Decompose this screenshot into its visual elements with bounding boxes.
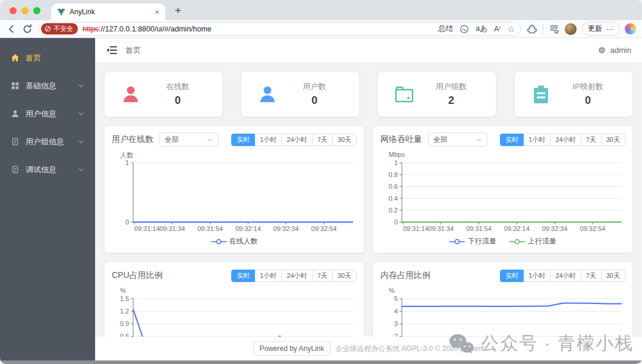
range-7d-button[interactable]: 7天 xyxy=(581,270,602,282)
chart-title: 内存占用比例 xyxy=(380,270,430,281)
breadcrumb[interactable]: 首页 xyxy=(125,45,141,56)
update-button[interactable]: 更新 ··· xyxy=(582,22,619,36)
range-7d-button[interactable]: 7天 xyxy=(313,270,333,282)
url-scheme: https xyxy=(83,25,99,33)
collections-icon[interactable] xyxy=(549,24,559,34)
back-icon[interactable] xyxy=(6,24,17,34)
time-range-group: 实时 1小时 24小时 7天 30天 xyxy=(231,134,357,146)
range-24h-button[interactable]: 24小时 xyxy=(550,270,581,282)
grid-icon xyxy=(11,81,20,90)
folder-icon xyxy=(394,84,415,105)
svg-text:4: 4 xyxy=(394,308,398,315)
user-menu[interactable]: admin xyxy=(597,46,631,55)
range-24h-button[interactable]: 24小时 xyxy=(282,134,312,146)
user-icon xyxy=(257,84,278,105)
stat-card-users: 用户数 0 xyxy=(241,71,360,117)
group-filter-select[interactable]: 全部 xyxy=(428,132,487,147)
range-realtime-button[interactable]: 实时 xyxy=(500,270,524,282)
range-7d-button[interactable]: 7天 xyxy=(313,134,333,146)
sidebar-item-user-info[interactable]: 用户信息 xyxy=(0,100,95,128)
new-tab-button[interactable]: + xyxy=(175,5,181,16)
zoom-window-button[interactable] xyxy=(33,7,40,14)
close-tab-icon[interactable]: × xyxy=(155,8,159,17)
favorite-star-icon[interactable]: ☆ xyxy=(507,25,515,33)
range-30d-button[interactable]: 30天 xyxy=(333,270,357,282)
range-24h-button[interactable]: 24小时 xyxy=(282,270,312,282)
range-1h-button[interactable]: 1小时 xyxy=(255,134,282,146)
range-1h-button[interactable]: 1小时 xyxy=(524,270,550,282)
svg-text:1.2: 1.2 xyxy=(120,308,129,315)
summarize-button[interactable]: 总结 xyxy=(438,24,453,34)
legend-marker-icon xyxy=(449,239,465,245)
y-axis-unit: % xyxy=(120,287,357,295)
chart-canvas: 00.20.40.60.8109:31:1409:31:3409:31:5409… xyxy=(380,159,625,235)
chevron-down-icon xyxy=(78,166,84,173)
collapse-menu-icon[interactable] xyxy=(106,45,117,55)
svg-text:09:31:54: 09:31:54 xyxy=(197,225,223,232)
stat-label: 用户数 xyxy=(278,81,351,92)
range-30d-button[interactable]: 30天 xyxy=(333,134,357,146)
translate-icon[interactable]: aあ xyxy=(476,24,487,34)
stat-card-ip-maps: IP映射数 0 xyxy=(514,71,633,117)
legend-item[interactable]: 上行流量 xyxy=(509,236,556,246)
username: admin xyxy=(610,46,631,55)
legend-item[interactable]: 在线人数 xyxy=(211,236,258,246)
chart-card-online-users: 用户在线数 全部 实时 1小时 24小时 7天 30天 xyxy=(104,125,364,253)
range-1h-button[interactable]: 1小时 xyxy=(255,270,282,282)
traffic-lights xyxy=(10,7,40,14)
sidebar-item-group-info[interactable]: 用户组信息 xyxy=(0,128,95,156)
legend-marker-icon xyxy=(509,239,525,245)
address-bar[interactable]: 不安全 https://127.0.0.1:8800/ui/#/admin/ho… xyxy=(38,22,521,36)
read-aloud-icon[interactable]: A⁾ xyxy=(494,24,501,33)
wechat-icon xyxy=(448,333,475,355)
gear-icon xyxy=(597,46,606,55)
svg-text:0.6: 0.6 xyxy=(389,183,398,190)
address-bar-tools: 总结 aあ A⁾ ☆ xyxy=(438,24,515,34)
stat-value: 2 xyxy=(415,94,487,107)
security-badge[interactable]: 不安全 xyxy=(41,23,78,34)
range-realtime-button[interactable]: 实时 xyxy=(500,134,524,146)
browser-toolbar: 不安全 https://127.0.0.1:8800/ui/#/admin/ho… xyxy=(0,20,642,38)
reload-icon[interactable] xyxy=(22,24,33,34)
time-range-group: 实时 1小时 24小时 7天 30天 xyxy=(500,134,625,146)
sidebar-item-debug-info[interactable]: 调试信息 xyxy=(0,156,95,183)
minimize-window-button[interactable] xyxy=(21,7,29,14)
range-24h-button[interactable]: 24小时 xyxy=(550,134,581,146)
chart-canvas: 0109:31:1409:31:3409:31:5409:32:1409:32:… xyxy=(112,159,357,235)
dashboard: 在线数 0 用户数 0 xyxy=(95,63,642,360)
close-window-button[interactable] xyxy=(10,7,17,14)
url-text[interactable]: https://127.0.0.1:8800/ui/#/admin/home xyxy=(83,25,433,33)
stat-value: 0 xyxy=(278,94,351,107)
sidebar-item-basic-info[interactable]: 基础信息 xyxy=(0,72,95,100)
stat-label: 在线数 xyxy=(141,81,214,92)
range-7d-button[interactable]: 7天 xyxy=(581,134,602,146)
range-30d-button[interactable]: 30天 xyxy=(602,270,625,282)
svg-text:0: 0 xyxy=(125,219,129,226)
copilot-icon[interactable] xyxy=(625,23,636,34)
sidebar-item-home[interactable]: 首页 xyxy=(0,44,95,72)
summarizer-icon[interactable] xyxy=(460,24,469,34)
svg-text:1: 1 xyxy=(125,159,129,166)
range-30d-button[interactable]: 30天 xyxy=(602,134,625,146)
sidebar: 首页 基础信息 用户信息 xyxy=(0,38,95,360)
svg-text:1: 1 xyxy=(394,159,398,166)
user-icon xyxy=(11,109,20,118)
home-icon xyxy=(11,53,20,62)
svg-text:5: 5 xyxy=(394,295,398,302)
legend-item[interactable]: 下行流量 xyxy=(449,236,496,246)
legend-marker-icon xyxy=(211,239,226,245)
browser-tab[interactable]: AnyLink × xyxy=(51,4,165,20)
svg-text:3: 3 xyxy=(394,320,398,327)
powered-by-button[interactable]: Powered by AnyLink xyxy=(253,341,331,356)
stat-card-groups: 用户组数 2 xyxy=(377,71,496,117)
extensions-icon[interactable] xyxy=(527,24,537,34)
main-content: 首页 admin xyxy=(95,38,642,360)
chevron-down-icon xyxy=(476,137,482,143)
range-realtime-button[interactable]: 实时 xyxy=(231,134,255,146)
profile-avatar[interactable] xyxy=(565,23,577,35)
range-1h-button[interactable]: 1小时 xyxy=(524,134,550,146)
more-icon[interactable]: ··· xyxy=(606,25,613,33)
range-realtime-button[interactable]: 实时 xyxy=(231,270,255,282)
online-user-icon xyxy=(120,84,141,105)
group-filter-select[interactable]: 全部 xyxy=(159,132,219,147)
